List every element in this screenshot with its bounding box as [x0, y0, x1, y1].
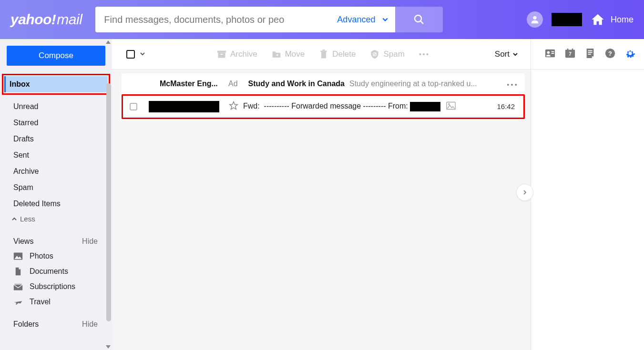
sidebar: Compose Inbox Unread Starred Drafts Sent…	[0, 39, 112, 350]
view-subscriptions[interactable]: Subscriptions	[0, 279, 112, 294]
bulk-actions: Archive Move Delete Spam	[217, 50, 429, 59]
select-all-checkbox[interactable]	[126, 50, 135, 59]
search-button[interactable]	[395, 7, 443, 32]
svg-point-25	[547, 51, 550, 54]
yahoo-mail-logo[interactable]: yahoo!mail	[10, 11, 82, 28]
svg-rect-31	[572, 48, 573, 50]
sort-button[interactable]: Sort	[495, 50, 518, 59]
svg-point-16	[423, 53, 425, 55]
star-button[interactable]	[229, 101, 238, 112]
help-button[interactable]: ?	[605, 48, 615, 60]
sidebar-item-sent[interactable]: Sent	[0, 147, 112, 163]
search-input[interactable]	[95, 7, 337, 32]
view-photos[interactable]: Photos	[0, 249, 112, 264]
next-page-button[interactable]	[516, 184, 533, 201]
spam-icon	[370, 50, 379, 59]
sidebar-item-archive[interactable]: Archive	[0, 163, 112, 180]
logo-sub: mail	[57, 11, 82, 27]
message-checkbox[interactable]	[130, 103, 137, 110]
chevron-down-icon	[382, 16, 388, 23]
more-actions-button[interactable]	[419, 50, 429, 59]
sidebar-item-deleted[interactable]: Deleted Items	[0, 196, 112, 212]
folder-list: Unread Starred Drafts Sent Archive Spam …	[0, 95, 112, 227]
svg-text:?: ?	[608, 50, 612, 57]
sort-label: Sort	[495, 50, 510, 59]
message-preview-before: ---------- Forwarded message --------- F…	[264, 102, 408, 110]
svg-rect-10	[321, 50, 327, 52]
scrollbar-thumb[interactable]	[106, 83, 111, 321]
svg-rect-12	[323, 50, 325, 51]
home-link[interactable]: Home	[591, 12, 634, 27]
ad-description: Study engineering at a top-ranked u...	[349, 80, 507, 88]
sidebar-scrollbar[interactable]	[104, 39, 112, 350]
message-time: 16:42	[497, 102, 517, 110]
sidebar-item-starred[interactable]: Starred	[0, 115, 112, 131]
advanced-search-button[interactable]: Advanced	[337, 7, 395, 32]
more-icon	[419, 50, 429, 59]
documents-icon	[13, 267, 23, 276]
inbox-highlight-annotation: Inbox	[2, 74, 110, 95]
svg-rect-8	[218, 52, 225, 58]
svg-marker-21	[230, 101, 238, 109]
svg-rect-34	[588, 53, 591, 54]
svg-rect-11	[321, 52, 326, 58]
compose-button[interactable]: Compose	[7, 46, 105, 66]
ad-row[interactable]: McMaster Eng... Ad Study and Work in Can…	[122, 73, 525, 94]
archive-icon	[217, 50, 226, 59]
view-label: Photos	[30, 252, 53, 260]
svg-rect-26	[552, 51, 554, 52]
svg-rect-6	[15, 283, 22, 285]
notes-icon	[585, 48, 595, 59]
svg-point-2	[533, 16, 536, 20]
views-section-header: Views Hide	[0, 227, 112, 249]
settings-button[interactable]	[625, 48, 635, 60]
move-button[interactable]: Move	[272, 50, 305, 59]
contacts-icon	[545, 48, 555, 59]
svg-point-18	[507, 83, 509, 85]
notes-button[interactable]	[585, 48, 595, 60]
select-dropdown[interactable]	[140, 50, 145, 59]
folders-hide-button[interactable]: Hide	[82, 320, 98, 329]
person-icon	[530, 14, 540, 25]
app-header: yahoo!mail Advanced Home	[0, 0, 644, 39]
view-travel[interactable]: Travel	[0, 294, 112, 310]
svg-point-0	[415, 15, 421, 22]
sidebar-item-unread[interactable]: Unread	[0, 99, 112, 115]
sidebar-item-spam[interactable]: Spam	[0, 180, 112, 196]
svg-point-17	[426, 53, 428, 55]
collapse-folders-button[interactable]: Less	[0, 212, 112, 227]
sidebar-item-drafts[interactable]: Drafts	[0, 131, 112, 147]
svg-rect-33	[588, 52, 592, 53]
sidebar-item-inbox[interactable]: Inbox	[4, 76, 108, 92]
gear-icon	[625, 48, 635, 59]
more-icon	[507, 83, 517, 86]
scroll-up-icon[interactable]	[106, 40, 111, 44]
svg-rect-30	[567, 48, 569, 50]
home-icon	[591, 12, 605, 27]
calendar-button[interactable]: 7	[565, 48, 575, 60]
search-bar: Advanced	[95, 7, 443, 32]
less-label: Less	[20, 215, 35, 223]
user-avatar[interactable]	[527, 11, 543, 28]
message-toolbar: Archive Move Delete Spam	[112, 39, 531, 70]
views-hide-button[interactable]: Hide	[82, 237, 98, 246]
folders-title: Folders	[13, 320, 39, 329]
right-panel: 7 ?	[531, 39, 644, 350]
right-panel-toolbar: 7 ?	[531, 39, 644, 70]
delete-label: Delete	[332, 50, 356, 59]
delete-button[interactable]: Delete	[319, 50, 356, 59]
chevron-up-icon	[11, 216, 17, 222]
message-row[interactable]: Fwd: ---------- Forwarded message ------…	[123, 96, 523, 118]
spam-button[interactable]: Spam	[370, 50, 404, 59]
contacts-button[interactable]	[545, 48, 555, 60]
view-label: Travel	[30, 298, 51, 306]
header-right: Home	[527, 11, 634, 28]
scroll-down-icon[interactable]	[106, 345, 111, 349]
advanced-label: Advanced	[337, 15, 375, 25]
delete-icon	[319, 50, 328, 59]
chevron-down-icon	[140, 51, 145, 57]
ad-options-button[interactable]	[507, 80, 517, 88]
view-documents[interactable]: Documents	[0, 264, 112, 279]
archive-button[interactable]: Archive	[217, 50, 257, 59]
attachment-indicator	[446, 101, 456, 112]
